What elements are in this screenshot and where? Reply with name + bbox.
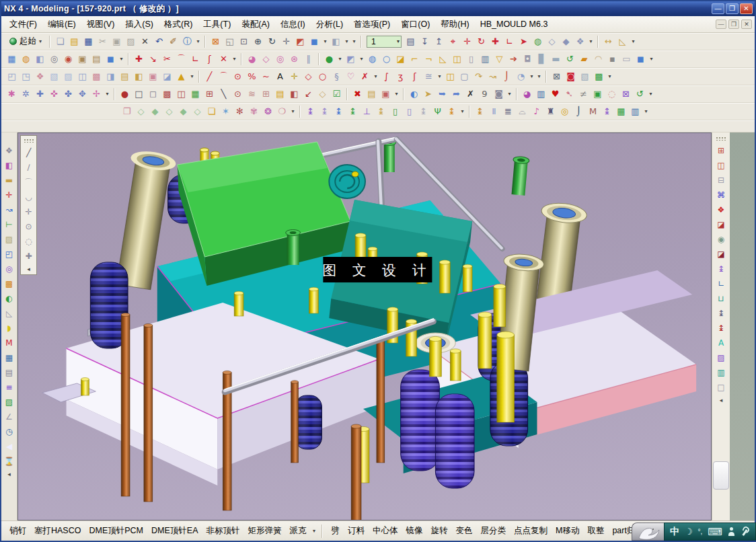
- assembly-constraints-icon[interactable]: ◆: [559, 34, 573, 48]
- wcs-origin-icon[interactable]: ✚: [488, 34, 502, 48]
- parallel-lines-icon[interactable]: ≋: [245, 87, 259, 101]
- layer-category-icon[interactable]: ▤: [273, 87, 287, 101]
- capsule-icon[interactable]: ⊟: [714, 173, 728, 187]
- polygon-icon[interactable]: ◇: [301, 69, 315, 83]
- offset-surface-icon[interactable]: ▣: [146, 69, 160, 83]
- pin-white-icon[interactable]: ↨: [416, 104, 430, 118]
- analysis-menu-button[interactable]: 分析(L): [311, 17, 348, 32]
- circle-dashed-icon[interactable]: ◌: [22, 235, 36, 248]
- u-channel-icon[interactable]: ⊔: [714, 292, 728, 305]
- row3-overflow-dropdown[interactable]: ▾: [535, 73, 543, 79]
- note-pink-icon[interactable]: ♪: [529, 104, 543, 118]
- information-icon[interactable]: ⓘ: [180, 34, 194, 48]
- sew-icon[interactable]: ⌐: [408, 52, 422, 66]
- layer-settings-icon[interactable]: ▤: [404, 34, 418, 48]
- ejector-pin-blue-icon[interactable]: ↨: [332, 104, 346, 118]
- pin-tan-icon[interactable]: ↨: [473, 104, 487, 118]
- delete-filter-icon[interactable]: ✖: [350, 87, 365, 101]
- cut-icon[interactable]: ✂: [96, 34, 110, 48]
- law-extension-icon[interactable]: ▤: [118, 69, 132, 83]
- layout-more-dropdown[interactable]: ▾: [343, 38, 350, 44]
- section-curve-icon[interactable]: ✜: [47, 87, 61, 101]
- pin-orange-icon[interactable]: ↨: [445, 104, 459, 118]
- smooth-spline-icon[interactable]: ◔: [514, 69, 528, 83]
- datum-plane-icon[interactable]: ✚: [132, 52, 146, 66]
- face-blend-3-icon[interactable]: ◇: [162, 104, 176, 118]
- colored-ball-icon[interactable]: ◕: [520, 87, 534, 101]
- split-button[interactable]: 劈: [327, 522, 344, 539]
- restore-button[interactable]: ❐: [726, 3, 739, 14]
- offset-in-face-icon[interactable]: ✱: [5, 87, 19, 101]
- format-menu-button[interactable]: 格式(R): [159, 17, 198, 32]
- bounding-box-icon[interactable]: ▣: [379, 87, 393, 101]
- boss-icon[interactable]: ◉: [61, 52, 75, 66]
- simple-hole-icon[interactable]: ▪: [605, 52, 619, 66]
- copy-icon[interactable]: ▣: [110, 34, 124, 48]
- display-mode-dropdown[interactable]: ▾: [322, 38, 329, 44]
- book-teal-icon[interactable]: ▥: [714, 366, 728, 379]
- screw-green-icon[interactable]: ▯: [388, 104, 402, 118]
- cone-icon[interactable]: ◇: [259, 52, 273, 66]
- fill-surface-icon[interactable]: ▲: [174, 69, 188, 83]
- measure-distance-icon[interactable]: ↔: [601, 34, 615, 48]
- center-circle-icon[interactable]: ⊙: [231, 87, 245, 101]
- delete-icon[interactable]: ✕: [138, 34, 152, 48]
- form-feature-more-dropdown[interactable]: ▾: [118, 56, 125, 62]
- deviation-gauge-icon[interactable]: ➦: [449, 87, 463, 101]
- nonstandard-ejector-button[interactable]: 非标顶针: [202, 522, 243, 539]
- slide-unit-icon[interactable]: ≣: [501, 104, 515, 118]
- ejector-blade-icon[interactable]: ↨: [374, 104, 388, 118]
- resize-face-icon[interactable]: ▬: [549, 52, 563, 66]
- measure-overflow-dropdown[interactable]: ▾: [630, 38, 637, 44]
- left-collapse-dropdown[interactable]: ◂: [5, 471, 13, 477]
- split-window-icon[interactable]: ◫: [714, 159, 728, 172]
- wcs-rotate-icon[interactable]: ↻: [474, 34, 488, 48]
- zoom-in-out-icon[interactable]: ⊕: [251, 34, 265, 48]
- sketch-icon[interactable]: ◩: [344, 52, 358, 66]
- ime-punctuation-icon[interactable]: °,: [698, 528, 703, 535]
- m-tool-icon[interactable]: M: [3, 336, 16, 350]
- draft-icon[interactable]: ʃ: [202, 52, 217, 66]
- instance-icon[interactable]: ●: [322, 52, 336, 66]
- view-cube-icon[interactable]: ◼: [307, 34, 322, 48]
- favorites-heart-icon[interactable]: ♥: [548, 87, 562, 101]
- rect-spring-button[interactable]: 矩形弹簧: [243, 522, 285, 539]
- chamfer-icon[interactable]: ∟: [188, 52, 202, 66]
- instance-curve-icon[interactable]: ▢: [457, 69, 471, 83]
- dome-pink-icon[interactable]: ❍: [275, 104, 289, 118]
- rectangular-pad-icon[interactable]: ▭: [619, 52, 634, 66]
- fillet-curve-icon[interactable]: ◡: [22, 190, 36, 204]
- check-mate-icon[interactable]: ✗: [463, 87, 478, 101]
- torus-icon[interactable]: ◎: [273, 52, 287, 66]
- stamp-tool-icon[interactable]: ♜: [543, 104, 558, 118]
- swept-icon[interactable]: ▧: [47, 69, 61, 83]
- dme-ejector-ea-button[interactable]: DME顶针EA: [147, 522, 202, 539]
- assemblies-menu-button[interactable]: 装配(A): [236, 17, 275, 32]
- mold-3d-model[interactable]: 图 文 设 计: [18, 133, 711, 520]
- box-open-icon[interactable]: ◫: [450, 52, 464, 66]
- keyboard-icon[interactable]: ⌨: [708, 526, 722, 538]
- zoom-window-icon[interactable]: ⊡: [237, 34, 251, 48]
- nine-tolerance-icon[interactable]: 9: [478, 87, 492, 101]
- ime-fullhalf-icon[interactable]: ☽: [685, 527, 693, 537]
- window-grid-icon[interactable]: ⊞: [714, 144, 728, 157]
- line-midpoint-icon[interactable]: ⊢: [3, 218, 16, 231]
- hourglass-icon[interactable]: ⌛: [3, 455, 16, 468]
- pin-violet-icon[interactable]: ↨: [600, 104, 614, 118]
- pad-icon[interactable]: ▤: [89, 52, 104, 66]
- dme-ejector-pcm-button[interactable]: DME顶针PCM: [85, 522, 147, 539]
- extrude-icon[interactable]: ◧: [33, 52, 47, 66]
- face-blend-4-icon[interactable]: ◆: [176, 104, 190, 118]
- mdi-minimize-button[interactable]: —: [716, 20, 726, 29]
- no-selection-filter-icon[interactable]: ⊠: [550, 69, 564, 83]
- close-button[interactable]: ✕: [740, 3, 753, 14]
- red-mesh-icon[interactable]: ◌: [605, 87, 619, 101]
- pocket-icon[interactable]: ▣: [75, 52, 89, 66]
- play-triangle-icon[interactable]: ◀: [3, 440, 16, 453]
- pin-red-icon[interactable]: ↨: [714, 321, 728, 335]
- command-finder-icon[interactable]: ✐: [166, 34, 180, 48]
- point-constructor-icon[interactable]: ✛: [3, 188, 16, 202]
- circle-icon[interactable]: ⊙: [231, 69, 245, 83]
- axis-display-icon[interactable]: ↙: [301, 87, 315, 101]
- feature-overflow-dropdown[interactable]: ▾: [648, 56, 655, 62]
